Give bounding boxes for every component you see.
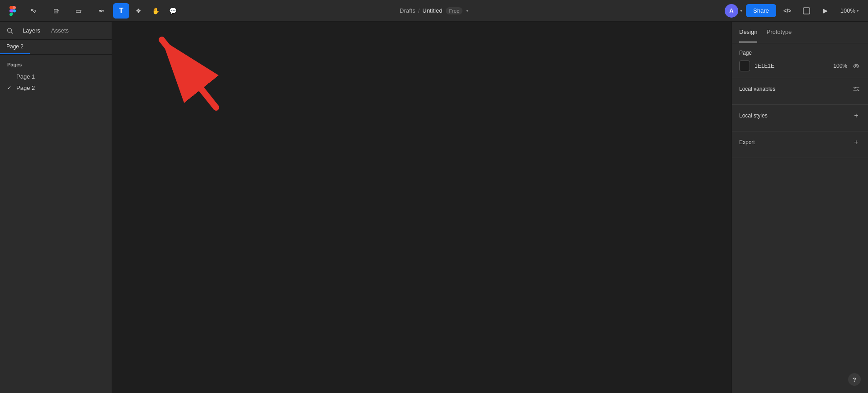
comment-tool[interactable]: 💬 bbox=[165, 3, 181, 19]
svg-point-5 bbox=[855, 66, 857, 67]
local-variables-section: Local variables bbox=[732, 78, 868, 105]
page-section-title: Page bbox=[739, 50, 752, 56]
svg-rect-0 bbox=[803, 8, 810, 14]
local-variables-header: Local variables bbox=[739, 84, 861, 94]
breadcrumb: Drafts / Untitled Free ▾ bbox=[400, 7, 468, 14]
pages-section: Pages Page 1 ✓ Page 2 bbox=[0, 55, 112, 99]
view-button[interactable] bbox=[799, 3, 814, 19]
share-button[interactable]: Share bbox=[746, 4, 776, 17]
page2-check: ✓ bbox=[7, 85, 14, 91]
page-section-header: Page bbox=[739, 50, 861, 56]
pages-section-label: Pages bbox=[0, 60, 112, 71]
figma-logo[interactable] bbox=[5, 4, 20, 18]
page-item-page2[interactable]: ✓ Page 2 bbox=[0, 82, 112, 94]
page-color-opacity[interactable]: 100% bbox=[829, 63, 847, 69]
page-item-page1[interactable]: Page 1 bbox=[0, 71, 112, 82]
breadcrumb-content: Drafts / Untitled bbox=[400, 7, 442, 14]
export-add-button[interactable]: + bbox=[852, 138, 861, 147]
free-badge: Free bbox=[446, 7, 462, 14]
local-styles-title: Local styles bbox=[739, 112, 768, 119]
export-section: Export + bbox=[732, 131, 868, 158]
search-icon[interactable] bbox=[4, 24, 16, 37]
page-tab-bar: Page 2 bbox=[0, 40, 112, 55]
components-tool[interactable]: ❖ bbox=[130, 3, 146, 19]
local-styles-section: Local styles + bbox=[732, 105, 868, 131]
pen-tool[interactable]: ✒ ▾ bbox=[90, 3, 112, 19]
page-section: Page 1E1E1E 100% bbox=[732, 43, 868, 78]
left-panel: Layers Assets Page 2 Pages Page 1 ✓ Page… bbox=[0, 22, 112, 393]
breadcrumb-parent[interactable]: Drafts bbox=[400, 7, 415, 14]
avatar-chevron[interactable]: ▾ bbox=[740, 8, 742, 13]
breadcrumb-dropdown-chevron[interactable]: ▾ bbox=[466, 8, 468, 13]
frame-tool[interactable]: ⊞ ▾ bbox=[45, 3, 67, 19]
visibility-toggle[interactable] bbox=[852, 61, 861, 70]
present-button[interactable]: ▶ bbox=[818, 3, 833, 19]
right-panel-tabs: Design Prototype bbox=[732, 22, 868, 43]
tab-layers[interactable]: Layers bbox=[18, 25, 45, 36]
breadcrumb-title[interactable]: Untitled bbox=[422, 7, 442, 14]
tab-assets[interactable]: Assets bbox=[47, 25, 73, 36]
page2-label: Page 2 bbox=[16, 84, 35, 91]
local-styles-add-button[interactable]: + bbox=[852, 111, 861, 120]
breadcrumb-separator: / bbox=[418, 7, 420, 14]
page-color-row: 1E1E1E 100% bbox=[739, 61, 861, 71]
help-button[interactable]: ? bbox=[848, 373, 861, 386]
page-color-swatch[interactable] bbox=[739, 61, 750, 71]
svg-line-4 bbox=[162, 40, 216, 108]
annotation-arrow bbox=[126, 26, 225, 117]
code-view-button[interactable]: </> bbox=[780, 3, 795, 19]
export-section-header: Export + bbox=[739, 138, 861, 147]
active-page-tab[interactable]: Page 2 bbox=[0, 40, 30, 54]
zoom-chevron: ▾ bbox=[857, 9, 859, 13]
local-variables-title: Local variables bbox=[739, 86, 775, 92]
zoom-level: 100% bbox=[840, 7, 855, 14]
right-panel-footer: ? bbox=[732, 370, 868, 393]
left-panel-tabs: Layers Assets bbox=[0, 22, 112, 40]
toolbar: ↖ ▾ ⊞ ▾ ▭ ▾ ✒ ▾ T ❖ ✋ 💬 bbox=[0, 0, 868, 22]
tab-design[interactable]: Design bbox=[739, 22, 757, 42]
toolbar-right: A ▾ Share </> ▶ 100% ▾ bbox=[725, 3, 863, 19]
tab-prototype[interactable]: Prototype bbox=[766, 22, 792, 42]
local-styles-header: Local styles + bbox=[739, 111, 861, 120]
tool-group-main: ↖ ▾ ⊞ ▾ ▭ ▾ ✒ ▾ T ❖ ✋ 💬 bbox=[23, 3, 181, 19]
right-panel: Design Prototype Page 1E1E1E 100% bbox=[731, 22, 868, 393]
page-color-hex[interactable]: 1E1E1E bbox=[755, 63, 825, 69]
right-panel-content: Page 1E1E1E 100% Local bbox=[732, 43, 868, 370]
local-variables-settings-icon[interactable] bbox=[852, 84, 861, 94]
hand-tool[interactable]: ✋ bbox=[147, 3, 164, 19]
main-area: Layers Assets Page 2 Pages Page 1 ✓ Page… bbox=[0, 22, 868, 393]
move-tool[interactable]: ↖ ▾ bbox=[23, 3, 44, 19]
canvas[interactable] bbox=[112, 22, 731, 393]
text-tool[interactable]: T bbox=[113, 3, 129, 19]
svg-line-2 bbox=[11, 32, 13, 33]
export-section-title: Export bbox=[739, 139, 755, 145]
zoom-display[interactable]: 100% ▾ bbox=[837, 5, 863, 16]
page1-label: Page 1 bbox=[16, 73, 35, 80]
shape-tool[interactable]: ▭ ▾ bbox=[68, 3, 90, 19]
avatar[interactable]: A bbox=[725, 4, 738, 18]
